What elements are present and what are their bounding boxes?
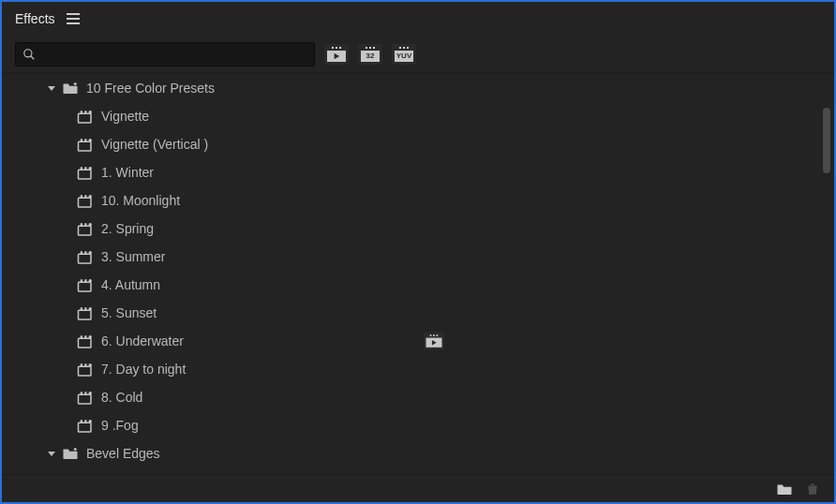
svg-rect-47: [81, 392, 82, 394]
preset-label: Vignette: [101, 109, 149, 124]
svg-rect-35: [84, 307, 86, 310]
svg-marker-2: [335, 53, 340, 59]
folder-label: Bevel Edges: [86, 446, 160, 461]
effects-tree[interactable]: 10 Free Color PresetsVignetteVignette (V…: [2, 74, 817, 474]
svg-point-16: [89, 167, 92, 170]
preset-label: 8. Cold: [101, 390, 142, 405]
svg-point-40: [89, 335, 92, 338]
svg-rect-29: [79, 282, 92, 291]
folder-label: 10 Free Color Presets: [86, 81, 215, 96]
svg-marker-41: [432, 340, 437, 345]
filter-32bit-button[interactable]: 32: [358, 44, 382, 65]
preset-icon: [77, 166, 94, 179]
svg-rect-26: [81, 251, 82, 254]
preset-row[interactable]: 7. Day to night: [2, 355, 817, 383]
preset-icon: [77, 138, 94, 151]
svg-point-24: [89, 223, 92, 226]
svg-rect-10: [81, 139, 82, 141]
preset-row[interactable]: 6. Underwater: [2, 327, 817, 355]
preset-icon: [77, 306, 94, 319]
preset-label: 9 .Fog: [101, 418, 139, 433]
filter-yuv-button[interactable]: YUV: [392, 44, 416, 65]
svg-rect-39: [84, 335, 86, 338]
svg-marker-54: [48, 452, 55, 456]
search-input[interactable]: [15, 42, 315, 67]
svg-rect-6: [81, 111, 82, 113]
svg-line-1: [31, 56, 35, 60]
svg-rect-56: [811, 483, 814, 485]
svg-point-4: [74, 82, 77, 85]
preset-row[interactable]: Vignette (Vertical ): [2, 130, 817, 158]
svg-point-49: [89, 392, 92, 394]
svg-point-0: [24, 50, 32, 57]
preset-row[interactable]: 8. Cold: [2, 383, 817, 411]
preset-label: 4. Autumn: [101, 277, 160, 292]
svg-rect-50: [79, 422, 92, 432]
svg-point-53: [89, 420, 92, 422]
preset-icon: [77, 419, 94, 432]
new-bin-button[interactable]: [776, 482, 793, 496]
svg-rect-25: [79, 254, 92, 263]
svg-rect-17: [79, 198, 92, 207]
preset-icon: [77, 194, 94, 207]
preset-label: 3. Summer: [101, 249, 165, 264]
svg-rect-44: [84, 363, 86, 366]
preset-label: Vignette (Vertical ): [101, 137, 208, 152]
svg-rect-37: [79, 338, 92, 348]
svg-rect-33: [79, 310, 92, 319]
preset-bin-icon: [62, 82, 79, 95]
preset-row[interactable]: 4. Autumn: [2, 271, 817, 299]
filter-accelerated-button[interactable]: [324, 44, 349, 65]
search-icon: [22, 48, 36, 61]
svg-rect-38: [81, 335, 82, 338]
svg-point-8: [89, 111, 92, 113]
delete-button[interactable]: [804, 482, 821, 496]
svg-point-20: [89, 195, 92, 198]
svg-point-28: [89, 251, 92, 254]
scrollbar[interactable]: [823, 80, 830, 468]
svg-rect-15: [84, 167, 86, 170]
folder-row[interactable]: 10 Free Color Presets: [2, 74, 817, 102]
panel-menu-icon[interactable]: [67, 13, 80, 24]
scrollbar-thumb[interactable]: [823, 108, 830, 173]
preset-label: 5. Sunset: [101, 305, 157, 320]
svg-rect-18: [81, 195, 82, 198]
svg-rect-5: [79, 113, 92, 123]
svg-rect-7: [84, 111, 86, 113]
effects-panel: Effects 32 YUV 10 Free Color PresetsVign…: [0, 0, 836, 504]
svg-rect-22: [81, 223, 82, 226]
chevron-down-icon[interactable]: [47, 449, 56, 458]
svg-rect-43: [81, 363, 82, 366]
preset-label: 6. Underwater: [101, 334, 184, 348]
preset-row[interactable]: 9 .Fog: [2, 411, 817, 439]
preset-icon: [77, 278, 94, 291]
chevron-down-icon[interactable]: [47, 83, 56, 93]
svg-rect-23: [84, 223, 86, 226]
folder-row[interactable]: Bevel Edges: [2, 439, 817, 467]
preset-label: 1. Winter: [101, 165, 154, 180]
toolbar: 32 YUV: [2, 36, 834, 73]
preset-icon: [77, 222, 94, 235]
svg-rect-14: [81, 167, 82, 170]
svg-rect-42: [79, 366, 92, 376]
preset-row[interactable]: 3. Summer: [2, 243, 817, 271]
svg-rect-11: [84, 139, 86, 141]
preset-row[interactable]: Vignette: [2, 102, 817, 130]
svg-rect-27: [84, 251, 86, 254]
svg-rect-46: [79, 394, 92, 404]
preset-row[interactable]: 1. Winter: [2, 158, 817, 186]
search-wrap: [15, 42, 315, 67]
svg-rect-30: [81, 279, 82, 282]
preset-row[interactable]: 2. Spring: [2, 215, 817, 243]
panel-footer: [2, 474, 834, 502]
svg-rect-19: [84, 195, 86, 198]
svg-rect-9: [79, 141, 92, 151]
preset-icon: [77, 110, 94, 123]
preset-icon: [77, 363, 94, 376]
preset-row[interactable]: 5. Sunset: [2, 299, 817, 327]
preset-row[interactable]: 10. Moonlight: [2, 186, 817, 215]
accelerated-badge-icon: [424, 333, 444, 350]
svg-point-36: [89, 307, 92, 310]
svg-rect-51: [81, 420, 82, 422]
svg-rect-13: [79, 170, 92, 179]
